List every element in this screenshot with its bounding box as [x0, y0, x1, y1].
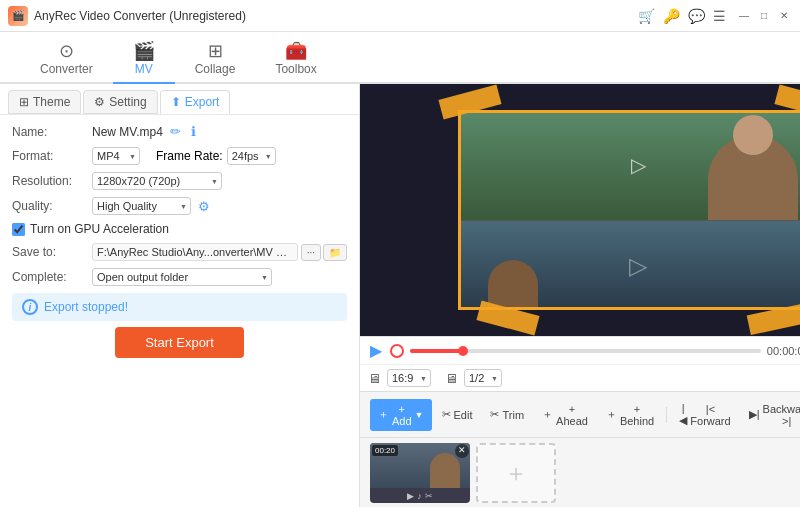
clip-add-slot[interactable]: ＋ — [476, 443, 556, 503]
name-value: New MV.mp4 — [92, 125, 163, 139]
edit-name-button[interactable]: ✏ — [167, 123, 184, 140]
name-control: New MV.mp4 ✏ ℹ — [92, 123, 347, 140]
clip-sound-icon: ♪ — [417, 491, 422, 501]
resolution-ratio-select[interactable]: 1/2 1/1 1/4 — [464, 369, 502, 387]
plus-center-icon: ▷ — [629, 252, 647, 280]
aspect-row: 🖥 16:9 4:3 1:1 🖥 1/2 1/1 1/4 Start Expor… — [360, 364, 800, 391]
play-button[interactable]: ▶ — [368, 341, 384, 360]
name-row: Name: New MV.mp4 ✏ ℹ — [12, 123, 347, 140]
format-select-wrap[interactable]: MP4 MOV AVI — [92, 147, 140, 165]
monitor-icon: 🖥 — [368, 371, 381, 386]
maximize-button[interactable]: □ — [756, 8, 772, 24]
ahead-button[interactable]: ＋ + Ahead — [534, 399, 596, 431]
tab-theme[interactable]: ⊞ Theme — [8, 90, 81, 114]
clip-duration: 00:20 — [372, 445, 398, 456]
save-to-row: Save to: F:\AnyRec Studio\Any...onverter… — [12, 243, 347, 261]
monitor-icon-2: 🖥 — [445, 371, 458, 386]
complete-select[interactable]: Open output folder Do nothing — [92, 268, 272, 286]
quality-settings-button[interactable]: ⚙ — [195, 198, 213, 215]
gpu-label[interactable]: Turn on GPU Acceleration — [30, 222, 169, 236]
add-button[interactable]: ＋ + Add ▼ — [370, 399, 432, 431]
info-message: i Export stopped! — [12, 293, 347, 321]
video-preview: ▷ ▷ — [448, 100, 800, 320]
clip-close-button[interactable]: ✕ — [455, 444, 469, 458]
key-icon[interactable]: 🔑 — [663, 8, 680, 24]
trim-button[interactable]: ✂ Trim — [482, 404, 532, 425]
complete-select-wrap[interactable]: Open output folder Do nothing — [92, 268, 272, 286]
gpu-checkbox[interactable] — [12, 223, 25, 236]
quality-label: Quality: — [12, 199, 92, 213]
clip-scissors-icon: ✂ — [425, 491, 433, 501]
trim-icon: ✂ — [490, 408, 499, 421]
forward-button[interactable]: |◀ |< Forward — [671, 398, 739, 431]
progress-fill — [410, 349, 463, 353]
clip-strip: 00:20 ✕ ▶ ♪ ✂ ＋ — [360, 437, 800, 507]
tab-toolbox[interactable]: 🧰 Toolbox — [255, 36, 336, 84]
progress-thumb — [458, 346, 468, 356]
frame-rate-select-wrap[interactable]: 24fps 30fps 60fps — [227, 147, 276, 165]
browse-path-button[interactable]: ··· — [301, 244, 321, 261]
main-content: ⊞ Theme ⚙ Setting ⬆ Export Name: New MV.… — [0, 84, 800, 507]
quality-select[interactable]: High Quality Medium Quality Low Quality — [92, 197, 191, 215]
video-segment-top: ▷ — [458, 110, 800, 220]
title-bar: 🎬 AnyRec Video Converter (Unregistered) … — [0, 0, 800, 32]
settings-form: Name: New MV.mp4 ✏ ℹ Format: MP4 MOV AVI — [0, 115, 359, 507]
frame-rate-select[interactable]: 24fps 30fps 60fps — [227, 147, 276, 165]
format-select[interactable]: MP4 MOV AVI — [92, 147, 140, 165]
resolution-select-wrap[interactable]: 1280x720 (720p) 1920x1080 (1080p) 640x48… — [92, 172, 222, 190]
add-icon: ＋ — [378, 407, 389, 422]
resolution-ratio-select-wrap[interactable]: 1/2 1/1 1/4 — [464, 369, 502, 387]
aspect-select[interactable]: 16:9 4:3 1:1 — [387, 369, 431, 387]
window-controls: — □ ✕ — [736, 8, 792, 24]
tab-collage[interactable]: ⊞ Collage — [175, 36, 256, 84]
info-text: Export stopped! — [44, 300, 128, 314]
edit-icon: ✂ — [442, 408, 451, 421]
tab-mv[interactable]: 🎬 MV — [113, 36, 175, 84]
save-path-value: F:\AnyRec Studio\Any...onverter\MV Expor… — [92, 243, 298, 261]
minimize-button[interactable]: — — [736, 8, 752, 24]
menu-icon[interactable]: ☰ — [713, 8, 726, 24]
stop-button[interactable] — [390, 344, 404, 358]
edit-button[interactable]: ✂ Edit — [434, 404, 481, 425]
preview-area: ▷ ▷ — [360, 84, 800, 336]
export-tab-icon: ⬆ — [171, 95, 181, 109]
aspect-select-wrap[interactable]: 16:9 4:3 1:1 — [387, 369, 431, 387]
resolution-control: 1280x720 (720p) 1920x1080 (1080p) 640x48… — [92, 172, 347, 190]
tab-setting[interactable]: ⚙ Setting — [83, 90, 157, 114]
complete-label: Complete: — [12, 270, 92, 284]
backward-button[interactable]: ▶| Backward >| — [741, 399, 800, 431]
resolution-label: Resolution: — [12, 174, 92, 188]
quality-control: High Quality Medium Quality Low Quality … — [92, 197, 347, 215]
tab-converter[interactable]: ⊙ Converter — [20, 36, 113, 84]
quality-row: Quality: High Quality Medium Quality Low… — [12, 197, 347, 215]
converter-icon: ⊙ — [59, 42, 74, 60]
progress-bar[interactable] — [410, 349, 761, 353]
mv-icon: 🎬 — [133, 42, 155, 60]
behind-icon: ＋ — [606, 407, 617, 422]
time-display: 00:00:03.03/00:00:20.13 — [767, 345, 800, 357]
setting-tab-icon: ⚙ — [94, 95, 105, 109]
open-folder-button[interactable]: 📁 — [323, 244, 347, 261]
info-name-button[interactable]: ℹ — [188, 123, 199, 140]
name-label: Name: — [12, 125, 92, 139]
person-figure-small — [488, 260, 538, 310]
resolution-select[interactable]: 1280x720 (720p) 1920x1080 (1080p) 640x48… — [92, 172, 222, 190]
tab-export[interactable]: ⬆ Export — [160, 90, 231, 114]
start-export-large-button[interactable]: Start Export — [115, 327, 244, 358]
app-title: AnyRec Video Converter (Unregistered) — [34, 9, 638, 23]
toolbar-separator — [666, 407, 667, 423]
complete-row: Complete: Open output folder Do nothing — [12, 268, 347, 286]
frame-rate-label: Frame Rate: — [156, 149, 223, 163]
collage-icon: ⊞ — [208, 42, 223, 60]
toolbox-icon: 🧰 — [285, 42, 307, 60]
quality-select-wrap[interactable]: High Quality Medium Quality Low Quality — [92, 197, 191, 215]
right-panel: ▷ ▷ ▶ 00:00:03.03/00:00:20.13 🔊 — [360, 84, 800, 507]
theme-tab-icon: ⊞ — [19, 95, 29, 109]
info-icon: i — [22, 299, 38, 315]
chat-icon[interactable]: 💬 — [688, 8, 705, 24]
clip-thumbnail[interactable]: 00:20 ✕ ▶ ♪ ✂ — [370, 443, 470, 503]
close-button[interactable]: ✕ — [776, 8, 792, 24]
video-segment-bottom: ▷ — [458, 220, 800, 310]
behind-button[interactable]: ＋ + Behind — [598, 399, 662, 431]
cart-icon[interactable]: 🛒 — [638, 8, 655, 24]
